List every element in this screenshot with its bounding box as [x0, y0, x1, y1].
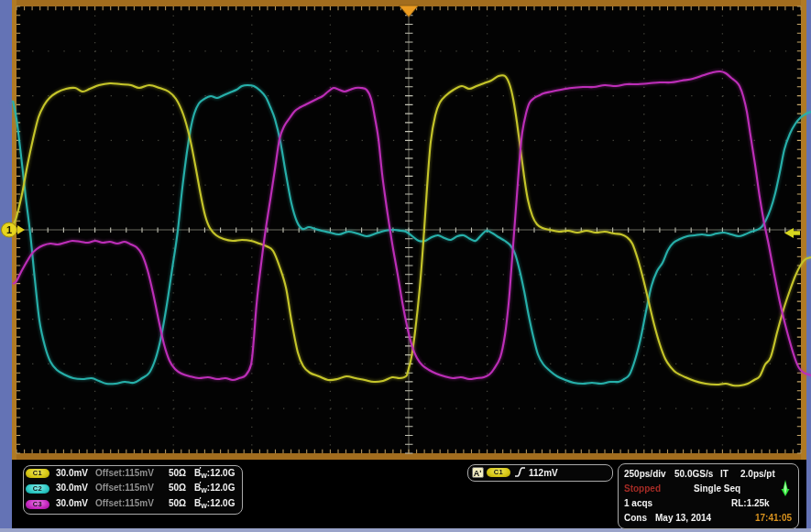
svg-text:1: 1	[6, 224, 12, 235]
